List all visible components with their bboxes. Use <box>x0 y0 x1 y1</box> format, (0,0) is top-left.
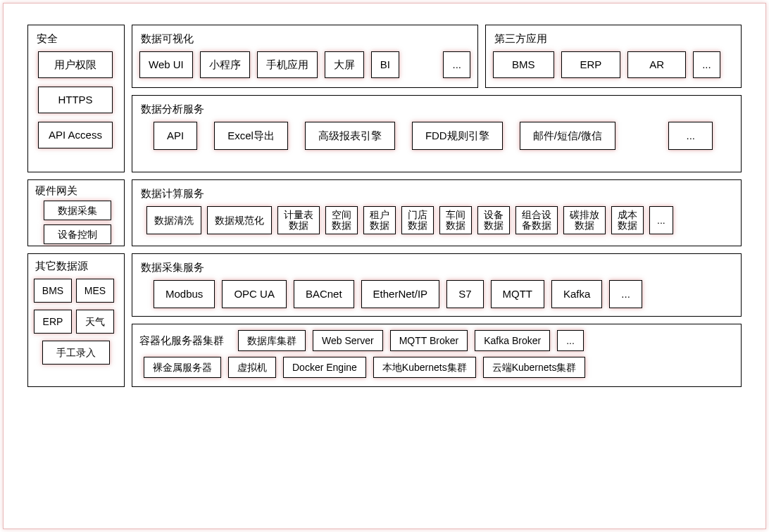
box-fdd-engine: FDD规则引擎 <box>412 122 503 150</box>
box-data-clean: 数据清洗 <box>146 206 201 234</box>
box-data-collect: 数据采集 <box>44 201 111 220</box>
box-other-bms: BMS <box>34 279 72 303</box>
box-ar: AR <box>627 51 686 78</box>
box-ethernetip: EtherNet/IP <box>361 280 440 308</box>
col-right-upper: 数据可视化 Web UI 小程序 手机应用 大屏 BI ... 第三方应用 BM… <box>132 25 742 172</box>
box-third-more: ... <box>693 51 720 78</box>
section-visualization: 数据可视化 Web UI 小程序 手机应用 大屏 BI ... <box>132 25 478 88</box>
box-s7: S7 <box>446 280 483 308</box>
section-title-collection: 数据采集服务 <box>139 261 734 274</box>
box-mqtt: MQTT <box>491 280 545 308</box>
box-carbon-data: 碳排放数据 <box>563 206 606 234</box>
box-other-mes: MES <box>76 279 114 303</box>
box-space-data: 空间数据 <box>325 206 358 234</box>
box-opcua: OPC UA <box>222 280 287 308</box>
box-erp: ERP <box>561 51 621 78</box>
box-bi: BI <box>371 51 399 78</box>
box-kafka-broker: Kafka Broker <box>475 330 550 351</box>
box-db-cluster: 数据库集群 <box>238 330 306 351</box>
box-mobile-app: 手机应用 <box>257 51 318 78</box>
section-title-gateway: 硬件网关 <box>34 184 118 198</box>
box-other-weather: 天气 <box>76 310 114 334</box>
box-report-engine: 高级报表引擎 <box>305 122 395 150</box>
section-collection: 数据采集服务 Modbus OPC UA BACnet EtherNet/IP … <box>132 253 742 317</box>
box-manual-input: 手工录入 <box>42 341 110 365</box>
box-vm: 虚拟机 <box>228 357 276 378</box>
section-compute: 数据计算服务 数据清洗 数据规范化 计量表数据 空间数据 租户数据 门店数据 车… <box>132 179 742 246</box>
box-combo-device-data: 组合设备数据 <box>515 206 558 234</box>
col-right-lower: 数据采集服务 Modbus OPC UA BACnet EtherNet/IP … <box>132 253 742 387</box>
box-data-normalize: 数据规范化 <box>207 206 272 234</box>
box-workshop-data: 车间数据 <box>439 206 472 234</box>
box-big-screen: 大屏 <box>325 51 364 78</box>
box-compute-more: ... <box>649 206 673 234</box>
box-modbus: Modbus <box>154 280 215 308</box>
section-other-sources: 其它数据源 BMS MES ERP 天气 手工录入 <box>27 253 125 387</box>
box-k8s-cloud: 云端Kubernets集群 <box>483 357 586 378</box>
section-title-other-sources: 其它数据源 <box>34 260 118 273</box>
box-cluster-more: ... <box>557 330 584 351</box>
row-3: 其它数据源 BMS MES ERP 天气 手工录入 数据采集服务 Modb <box>27 253 742 387</box>
box-docker: Docker Engine <box>283 357 366 378</box>
box-other-erp: ERP <box>34 310 72 334</box>
box-bacnet: BACnet <box>294 280 354 308</box>
section-title-security: 安全 <box>35 32 117 46</box>
box-kafka: Kafka <box>551 280 602 308</box>
box-api: API <box>154 122 197 150</box>
box-device-control: 设备控制 <box>44 224 111 244</box>
section-title-cluster: 容器化服务器集群 <box>139 334 231 348</box>
box-cost-data: 成本数据 <box>611 206 644 234</box>
box-store-data: 门店数据 <box>401 206 434 234</box>
box-api-access: API Access <box>38 122 113 148</box>
box-https: HTTPS <box>38 87 113 113</box>
section-title-third-party: 第三方应用 <box>493 32 734 46</box>
box-bare-metal: 裸金属服务器 <box>144 357 221 378</box>
box-web-server: Web Server <box>313 330 383 351</box>
box-meter-data: 计量表数据 <box>277 206 320 234</box>
section-security: 安全 用户权限 HTTPS API Access <box>27 25 125 172</box>
box-web-ui: Web UI <box>139 51 193 78</box>
box-miniprogram: 小程序 <box>200 51 250 78</box>
architecture-diagram: 安全 用户权限 HTTPS API Access 数据可视化 Web UI 小程… <box>3 3 766 529</box>
box-tenant-data: 租户数据 <box>363 206 396 234</box>
box-user-permission: 用户权限 <box>38 51 113 78</box>
section-cluster: 容器化服务器集群 数据库集群 Web Server MQTT Broker Ka… <box>132 324 742 387</box>
box-viz-more: ... <box>443 51 470 78</box>
row-2: 硬件网关 数据采集 设备控制 数据计算服务 数据清洗 数据规范化 计量表数据 空… <box>27 179 742 246</box>
box-excel-export: Excel导出 <box>214 122 288 150</box>
section-title-compute: 数据计算服务 <box>139 187 734 201</box>
section-third-party: 第三方应用 BMS ERP AR ... <box>485 25 742 88</box>
box-device-data: 设备数据 <box>477 206 510 234</box>
section-gateway: 硬件网关 数据采集 设备控制 <box>27 179 125 246</box>
box-k8s-local: 本地Kubernets集群 <box>373 357 476 378</box>
section-analysis: 数据分析服务 API Excel导出 高级报表引擎 FDD规则引擎 邮件/短信/… <box>132 95 742 172</box>
box-analysis-more: ... <box>668 122 713 150</box>
box-bms: BMS <box>493 51 554 78</box>
section-title-analysis: 数据分析服务 <box>139 103 734 116</box>
box-collect-more: ... <box>609 280 642 308</box>
box-notification: 邮件/短信/微信 <box>520 122 615 150</box>
box-mqtt-broker: MQTT Broker <box>390 330 468 351</box>
section-title-visualization: 数据可视化 <box>139 32 470 46</box>
row-1: 安全 用户权限 HTTPS API Access 数据可视化 Web UI 小程… <box>27 25 742 172</box>
